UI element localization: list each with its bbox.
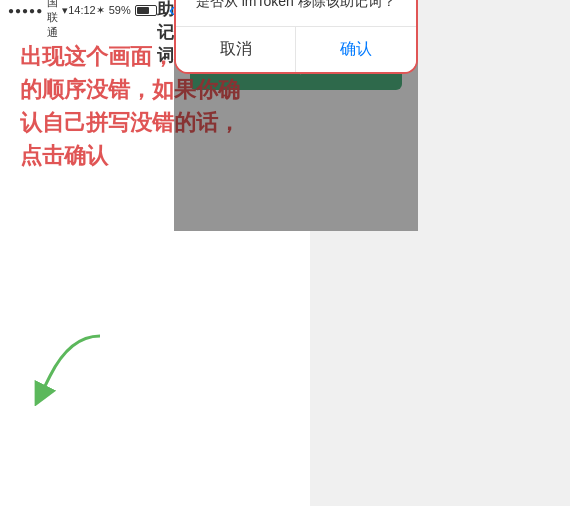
dialog-overlay: 你备份的助记词顺序验证正确，是否从 imToken 移除该助记词？ 取消 确认 <box>174 0 418 231</box>
status-right: ✶ 59% <box>96 4 157 17</box>
annotation-arrow <box>10 326 130 406</box>
status-time: 14:12 <box>68 4 96 16</box>
bluetooth-icon: ✶ <box>96 4 105 17</box>
dialog-body: 你备份的助记词顺序验证正确，是否从 imToken 移除该助记词？ <box>176 0 416 26</box>
dialog-cancel-button[interactable]: 取消 <box>176 27 297 72</box>
phone-screen: ●●●●● 中国联通 ▾ 14:12 ✶ 59% ‹ 备份助记词 确认你的钱包助… <box>0 0 310 506</box>
status-bar: ●●●●● 中国联通 ▾ 14:12 ✶ 59% ‹ 备份助记词 确认你的钱包助… <box>0 0 310 20</box>
dialog-message: 你备份的助记词顺序验证正确，是否从 imToken 移除该助记词？ <box>196 0 396 12</box>
battery-icon <box>135 5 157 16</box>
dialog-confirm-button[interactable]: 确认 <box>296 27 416 72</box>
dialog-buttons: 取消 确认 <box>176 26 416 72</box>
battery-pct: 59% <box>109 4 131 16</box>
signal-icon: ●●●●● <box>8 5 43 16</box>
main-content: 确认你的钱包助记词 请按顺序点击助记词，以确认你的备份助记词填写正确。 neph… <box>174 0 418 231</box>
dialog-box: 你备份的助记词顺序验证正确，是否从 imToken 移除该助记词？ 取消 确认 <box>174 0 418 74</box>
